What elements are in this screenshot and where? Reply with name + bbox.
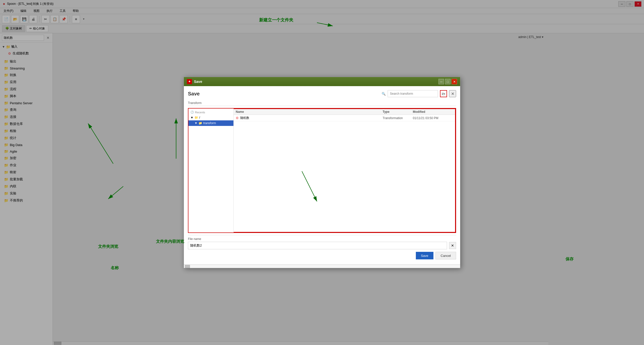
content-panel: Name Type Modified ⚙ 随机数 Transformation …	[234, 109, 456, 232]
tree-panel: 🕐 Recents ▼ 📁 / ▼ 📁 t	[188, 109, 234, 232]
save-dialog: ✦ Save ─ □ ✕ Save 🔍 🗁 ✕	[184, 77, 460, 268]
filename-clear-btn[interactable]: ✕	[449, 242, 456, 249]
dialog-header: Save 🔍 🗁 ✕	[188, 90, 456, 97]
dialog-body: 🕐 Recents ▼ 📁 / ▼ 📁 t	[188, 108, 456, 233]
cancel-button[interactable]: Cancel	[435, 252, 456, 259]
folder-icon-root: 📁	[194, 116, 198, 119]
dialog-maximize-btn[interactable]: □	[445, 79, 451, 84]
search-icon-dialog: 🔍	[382, 92, 386, 96]
folder-icon-transform-tree: 📁	[198, 121, 202, 125]
annotation-save: 保存	[566, 257, 574, 262]
svg-line-5	[108, 186, 123, 199]
transform-row-icon: ⚙	[236, 116, 239, 120]
dialog-header-title: Save	[188, 91, 200, 97]
content-header: Name Type Modified	[234, 109, 455, 115]
tree-item-root[interactable]: ▼ 📁 /	[188, 115, 233, 120]
tree-item-transform[interactable]: ▼ 📁 transform	[188, 120, 233, 126]
filename-row: ✕	[188, 242, 456, 249]
col-name: Name	[236, 110, 383, 114]
breadcrumb-bar: Transform	[188, 100, 456, 106]
row-name-random: ⚙ 随机数	[236, 116, 383, 120]
new-folder-icon: 🗁	[442, 92, 445, 96]
dialog-scrollbar-thumb[interactable]	[185, 265, 190, 268]
expand-icon-root: ▼	[190, 116, 193, 119]
filename-input[interactable]	[188, 242, 447, 249]
svg-line-3	[88, 123, 113, 164]
recents-label: 🕐 Recents	[188, 110, 233, 115]
col-modified: Modified	[413, 110, 453, 114]
dialog-titlebar: ✦ Save ─ □ ✕	[184, 77, 460, 86]
dialog-close-btn[interactable]: ✕	[452, 79, 457, 84]
svg-line-2	[317, 23, 333, 26]
expand-icon-transform: ▼	[194, 121, 197, 125]
clock-icon: 🕐	[190, 111, 194, 114]
dialog-title: Save	[194, 80, 438, 84]
content-row-random[interactable]: ⚙ 随机数 Transformation 01/11/21 03:50 PM	[234, 115, 455, 121]
dialog-search-area: 🔍 🗁 ✕	[382, 90, 456, 97]
row-type-random: Transformation	[383, 116, 413, 120]
new-folder-btn[interactable]: 🗁	[440, 90, 447, 97]
dialog-scrollbar-bottom[interactable]	[184, 264, 460, 268]
dialog-content: Save 🔍 🗁 ✕ Transform	[184, 86, 460, 264]
dialog-title-controls: ─ □ ✕	[438, 79, 457, 84]
col-type: Type	[383, 110, 413, 114]
dialog-search-input[interactable]	[388, 90, 438, 97]
dialog-app-icon: ✦	[187, 79, 192, 84]
annotation-new-folder: 新建立一个文件夹	[259, 17, 293, 23]
annotation-filename: 名称	[111, 265, 119, 271]
annotation-folder-browse: 文件夹浏览	[98, 244, 118, 249]
row-modified-random: 01/11/21 03:50 PM	[413, 116, 453, 120]
tree-root-section: 🕐 Recents ▼ 📁 / ▼ 📁 t	[188, 109, 233, 127]
modal-overlay: ✦ Save ─ □ ✕ Save 🔍 🗁 ✕	[0, 0, 644, 345]
dialog-buttons: Save Cancel	[188, 249, 456, 260]
save-button[interactable]: Save	[416, 252, 433, 259]
annotation-content-browse: 文件夹内容浏览	[156, 239, 184, 244]
dialog-minimize-btn[interactable]: ─	[438, 79, 444, 84]
filename-label: File name	[188, 237, 456, 241]
filename-area: File name ✕	[188, 235, 456, 249]
breadcrumb-text: Transform	[188, 101, 202, 105]
dialog-top-close-btn[interactable]: ✕	[449, 90, 456, 97]
